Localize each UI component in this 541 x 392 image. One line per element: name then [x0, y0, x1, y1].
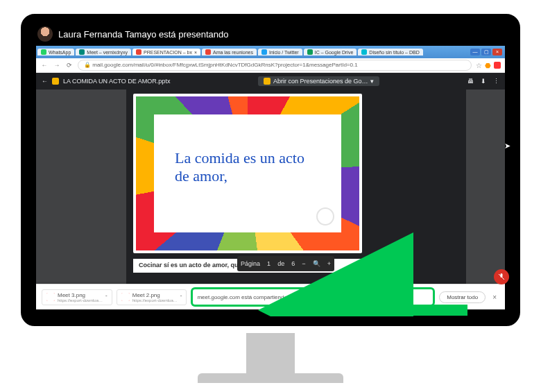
whatsapp-icon	[41, 49, 46, 55]
monitor-stand-neck	[246, 333, 295, 375]
close-icon[interactable]: ×	[194, 50, 197, 55]
tab-design[interactable]: Diseño sin título – DBD	[358, 49, 422, 56]
meet-icon	[79, 49, 85, 55]
monitor-frame: Laura Fernanda Tamayo está presentando W…	[21, 14, 520, 326]
back-icon[interactable]: ←	[40, 61, 49, 69]
star-icon[interactable]: ☆	[476, 62, 482, 69]
slides-app-icon	[264, 78, 270, 85]
stop-sharing-button[interactable]: Dejar de compartir	[318, 292, 375, 302]
screen: Laura Fernanda Tamayo está presentando W…	[31, 24, 510, 316]
screenshare-text: meet.google.com está compartiendo tu pan…	[197, 294, 314, 300]
chevron-down-icon[interactable]: ˇ	[180, 294, 182, 300]
mic-muted-badge[interactable]	[494, 269, 509, 284]
lock-icon: 🔒	[84, 62, 91, 68]
pager-label: Página	[241, 260, 260, 267]
slide-title-text: La comida es un acto de amor,	[175, 149, 320, 186]
presenter-avatar	[37, 26, 53, 42]
url-action-icons: ☆ ⬣	[476, 62, 501, 69]
canva-icon	[361, 49, 367, 55]
blurred-left-panel	[36, 90, 126, 302]
download-item[interactable]: Meet 2.png https://export-downloa… ˇ	[117, 289, 187, 305]
tab-drive[interactable]: IC – Google Drive	[304, 49, 357, 56]
drive-viewer-body: La comida es un acto de amor, Cocinar sí…	[36, 90, 505, 302]
extension-icon[interactable]	[494, 62, 501, 69]
drive-back-icon[interactable]: ←	[42, 78, 48, 85]
pager-current: 1	[267, 260, 270, 267]
presenter-name: Laura Fernanda Tamayo está presentando	[58, 29, 228, 40]
tab-reuniones[interactable]: Ama las reuniones	[202, 49, 257, 56]
page-controls: Página 1 de 6 − 🔍 +	[237, 256, 334, 271]
download-name: Meet 3.png	[58, 292, 103, 298]
open-with-button[interactable]: Abrir con Presentaciones de Go… ▾	[258, 76, 380, 86]
download-name: Meet 2.png	[132, 292, 178, 298]
show-all-downloads-button[interactable]: Mostrar todo	[439, 291, 486, 303]
close-download-bar-icon[interactable]: ×	[490, 293, 499, 301]
twitter-icon	[261, 49, 267, 55]
window-controls: — ▢ ×	[470, 49, 504, 56]
download-icon[interactable]: ⬇	[481, 78, 486, 85]
address-field[interactable]: 🔒 mail.google.com/mail/u/0/#inbox/FMfcgx…	[78, 60, 472, 71]
tab-twitter[interactable]: Inicio / Twitter	[258, 49, 302, 56]
minimize-button[interactable]: —	[470, 49, 480, 56]
stock-watermark-icon	[316, 207, 334, 225]
screenshare-notice: meet.google.com está compartiendo tu pan…	[191, 287, 435, 307]
mic-off-icon	[497, 273, 506, 281]
tab-label: PRESENTACION – bx	[144, 50, 192, 55]
chevron-down-icon: ▾	[370, 78, 374, 85]
download-source: https://export-downloa…	[132, 298, 178, 302]
slides-file-icon	[52, 78, 59, 85]
tab-label: Inicio / Twitter	[269, 50, 299, 55]
address-text: mail.google.com/mail/u/0/#inbox/FMfcgxwL…	[92, 62, 357, 68]
pager-of: de	[277, 260, 284, 267]
zoom-in-button[interactable]: +	[327, 260, 331, 267]
pager-total: 6	[291, 260, 295, 267]
meet-presenter-bar: Laura Fernanda Tamayo está presentando	[31, 24, 510, 44]
zoom-icon[interactable]: 🔍	[313, 260, 320, 267]
reload-icon[interactable]: ⟳	[65, 61, 74, 69]
tab-bar: WhatsApp Meet – vernixdryxy PRESENTACION…	[36, 46, 505, 58]
forward-icon[interactable]: →	[53, 61, 61, 69]
tab-meet[interactable]: Meet – vernixdryxy	[76, 49, 131, 56]
tab-whatsapp[interactable]: WhatsApp	[37, 49, 74, 56]
image-file-icon	[121, 293, 130, 301]
tab-label: Meet – vernixdryxy	[87, 50, 128, 55]
tab-label: Diseño sin título – DBD	[369, 50, 419, 55]
gmail-icon	[136, 49, 141, 55]
more-icon[interactable]: ⋮	[493, 78, 499, 85]
drive-icon	[307, 49, 313, 55]
tab-label: Ama las reuniones	[213, 50, 253, 55]
download-bar: Meet 3.png https://export-downloa… ˇ Mee…	[36, 284, 505, 309]
mouse-cursor-icon: ➤	[504, 142, 510, 151]
drive-toolbar: ← LA COMIDA UN ACTO DE AMOR.pptx Abrir c…	[36, 73, 505, 90]
print-icon[interactable]: 🖶	[467, 78, 474, 85]
monitor-stand-base	[198, 373, 343, 383]
open-with-label: Abrir con Presentaciones de Go…	[273, 78, 368, 85]
tab-presentation[interactable]: PRESENTACION – bx ×	[132, 49, 200, 56]
image-file-icon	[46, 293, 55, 301]
slide-preview[interactable]: La comida es un acto de amor,	[133, 94, 362, 253]
maximize-button[interactable]: ▢	[481, 49, 491, 56]
browser-window: WhatsApp Meet – vernixdryxy PRESENTACION…	[36, 46, 505, 302]
drive-filename: LA COMIDA UN ACTO DE AMOR.pptx	[63, 78, 170, 85]
close-window-button[interactable]: ×	[492, 49, 502, 56]
shield-icon[interactable]: ⬣	[485, 62, 491, 69]
url-bar: ← → ⟳ 🔒 mail.google.com/mail/u/0/#inbox/…	[36, 58, 505, 73]
tab-label: IC – Google Drive	[315, 50, 354, 55]
zoom-out-button[interactable]: −	[302, 260, 305, 267]
gmail-icon	[205, 49, 211, 55]
chevron-down-icon[interactable]: ˇ	[105, 294, 108, 300]
download-item[interactable]: Meet 3.png https://export-downloa… ˇ	[42, 289, 112, 305]
download-source: https://export-downloa…	[58, 298, 103, 302]
tab-label: WhatsApp	[49, 50, 71, 55]
